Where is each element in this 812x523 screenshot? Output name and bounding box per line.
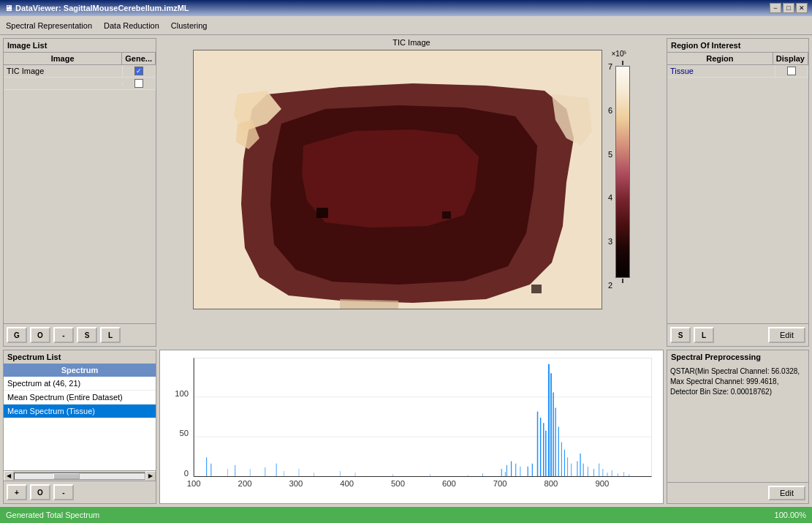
spectrum-btn-minus[interactable]: - xyxy=(53,484,74,500)
roi-panel: Region Of Interest Region Display Tissue… xyxy=(667,38,809,347)
tic-image-title: TIC Image xyxy=(392,38,430,47)
tick-3: 3 xyxy=(608,237,612,246)
roi-display-checkbox[interactable] xyxy=(787,67,796,75)
spectral-preprocessing-edit-row: Edit xyxy=(667,482,808,503)
gene-cell-2[interactable] xyxy=(123,78,156,89)
svg-text:200: 200 xyxy=(238,479,252,488)
btn-s[interactable]: S xyxy=(77,327,97,343)
svg-text:400: 400 xyxy=(340,479,354,488)
main-container: Image List Image Gene... TIC Image G xyxy=(0,35,812,507)
top-section: Image List Image Gene... TIC Image G xyxy=(0,35,812,350)
spectrum-svg: 0 50 100 100 200 300 400 500 600 700 800… xyxy=(160,350,663,503)
svg-rect-5 xyxy=(194,358,651,476)
image-cell-empty xyxy=(4,82,123,85)
spectrum-list-panel: Spectrum List Spectrum Spectrum at (46, … xyxy=(3,350,156,504)
spectrum-list-buttons: + O - xyxy=(4,481,156,503)
svg-text:100: 100 xyxy=(187,479,201,488)
roi-btn-s[interactable]: S xyxy=(670,327,691,343)
tick-4: 4 xyxy=(608,193,612,202)
scrollbar-area[interactable]: ◀ ▶ xyxy=(4,470,156,481)
menu-data-reduction[interactable]: Data Reduction xyxy=(104,21,159,30)
spectrum-btn-o[interactable]: O xyxy=(30,484,50,500)
roi-edit-button[interactable]: Edit xyxy=(768,327,805,343)
window-title: DataViewer: SagittalMouseCerebellum.imzM… xyxy=(15,4,189,12)
spectrum-item-1[interactable]: Mean Spectrum (Entire Dataset) xyxy=(4,391,156,405)
spectrum-list-title: Spectrum List xyxy=(4,350,156,364)
gene-cell[interactable] xyxy=(123,65,156,77)
spectrum-btn-add[interactable]: + xyxy=(7,484,27,500)
colorbar: ×10⁵ 7 6 5 4 3 2 xyxy=(608,50,630,309)
roi-buttons: S L Edit xyxy=(667,323,808,346)
spectrum-item-2[interactable]: Mean Spectrum (Tissue) xyxy=(4,405,156,418)
image-list-title: Image List xyxy=(4,39,156,52)
btn-minus[interactable]: - xyxy=(53,327,74,343)
spectrum-chart: 0 50 100 100 200 300 400 500 600 700 800… xyxy=(159,350,664,504)
svg-text:700: 700 xyxy=(493,479,507,488)
window-controls: − □ ✕ xyxy=(770,3,808,13)
svg-text:300: 300 xyxy=(289,479,303,488)
image-cell: TIC Image xyxy=(4,65,123,77)
gene-col-header: Gene... xyxy=(122,53,156,64)
scroll-thumb[interactable] xyxy=(53,473,80,479)
image-list-row: TIC Image xyxy=(4,65,156,78)
svg-rect-1 xyxy=(316,208,328,218)
tic-image xyxy=(193,50,602,309)
maximize-button[interactable]: □ xyxy=(783,3,794,13)
roi-btn-l[interactable]: L xyxy=(694,327,714,343)
scroll-right[interactable]: ▶ xyxy=(145,471,156,481)
image-list-header: Image Gene... xyxy=(4,52,156,65)
minimize-button[interactable]: − xyxy=(770,3,781,13)
gene-checkbox-checked[interactable] xyxy=(134,67,143,75)
image-list-row-2 xyxy=(4,78,156,90)
status-percent: 100.00% xyxy=(775,511,806,519)
tick-7: 7 xyxy=(608,62,612,71)
btn-l[interactable]: L xyxy=(100,327,121,343)
svg-rect-3 xyxy=(531,285,542,293)
menu-spectral-representation[interactable]: Spectral Representation xyxy=(6,21,92,30)
spectrum-list-header: Spectrum xyxy=(4,364,156,377)
colorbar-gradient xyxy=(615,66,630,278)
colorbar-ticks: 7 6 5 4 3 2 xyxy=(608,61,612,291)
roi-display-cell[interactable] xyxy=(775,65,808,77)
image-col-header: Image xyxy=(4,53,122,64)
svg-text:600: 600 xyxy=(442,479,456,488)
app-icon: 🖥 xyxy=(4,4,12,12)
svg-text:500: 500 xyxy=(391,479,405,488)
spectral-preprocessing-panel: Spectral Preprocessing QSTAR(Min Spectra… xyxy=(667,350,809,504)
close-button[interactable]: ✕ xyxy=(796,3,808,13)
spectral-preprocessing-edit-button[interactable]: Edit xyxy=(768,486,805,500)
colorbar-label: ×10⁵ xyxy=(612,50,627,58)
btn-g[interactable]: G xyxy=(7,327,27,343)
svg-text:100: 100 xyxy=(175,389,189,398)
spectrum-list-items: Spectrum at (46, 21) Mean Spectrum (Enti… xyxy=(4,377,156,470)
svg-text:0: 0 xyxy=(184,469,189,478)
menu-clustering[interactable]: Clustering xyxy=(171,21,208,30)
image-list-buttons: G O - S L xyxy=(4,323,156,346)
tick-5: 5 xyxy=(608,150,612,159)
btn-o[interactable]: O xyxy=(30,327,50,343)
tick-2: 2 xyxy=(608,281,612,290)
image-list-panel: Image List Image Gene... TIC Image G xyxy=(3,38,156,347)
roi-tissue-row: Tissue xyxy=(667,65,808,78)
svg-rect-2 xyxy=(442,211,451,219)
roi-tissue-label[interactable]: Tissue xyxy=(667,65,775,77)
tick-6: 6 xyxy=(608,106,612,115)
gene-checkbox-empty[interactable] xyxy=(134,79,143,88)
title-bar: 🖥 DataViewer: SagittalMouseCerebellum.im… xyxy=(0,0,812,16)
status-text: Generated Total Spectrum xyxy=(6,511,99,519)
spectral-preprocessing-title: Spectral Preprocessing xyxy=(667,350,808,364)
roi-region-header: Region xyxy=(667,53,773,64)
spectral-preprocessing-content: QSTAR(Min Spectral Channel: 56.0328, Max… xyxy=(667,364,808,482)
menu-bar: Spectral Representation Data Reduction C… xyxy=(0,16,812,35)
spectrum-item-0[interactable]: Spectrum at (46, 21) xyxy=(4,377,156,391)
center-panel: TIC Image xyxy=(159,38,664,347)
scroll-track[interactable] xyxy=(14,473,145,480)
svg-text:800: 800 xyxy=(545,479,558,488)
bottom-section: Spectrum List Spectrum Spectrum at (46, … xyxy=(0,350,812,507)
image-with-colorbar: ×10⁵ 7 6 5 4 3 2 xyxy=(193,50,630,309)
roi-display-header: Display xyxy=(773,53,808,64)
svg-text:900: 900 xyxy=(595,479,609,488)
roi-title: Region Of Interest xyxy=(667,39,808,52)
scroll-left[interactable]: ◀ xyxy=(4,471,14,481)
roi-header: Region Display xyxy=(667,52,808,65)
